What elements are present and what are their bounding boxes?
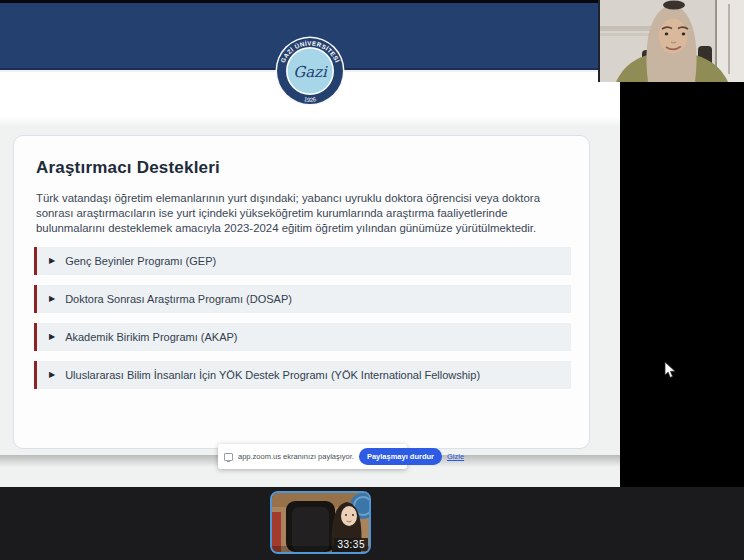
filmstrip-bar <box>0 487 744 560</box>
accordion-label: Genç Beyinler Programı (GEP) <box>65 255 216 267</box>
zoom-share-notification-bar: app.zoom.us ekranınızı paylaşıyor. Payla… <box>218 444 407 469</box>
stop-sharing-button[interactable]: Paylaşmayı durdur <box>359 448 442 465</box>
screen-share-icon <box>224 453 233 461</box>
content-card: Araştırmacı Destekleri Türk vatandaşı öğ… <box>13 135 590 449</box>
svg-text:1926: 1926 <box>303 96 317 103</box>
gazi-university-logo: GAZİ ÜNİVERSİTESİ Gazi 1926 <box>275 36 345 106</box>
shared-screen: GAZİ ÜNİVERSİTESİ Gazi 1926 Araştırmacı … <box>0 0 620 487</box>
accordion-label: Akademik Birikim Programı (AKAP) <box>65 331 237 343</box>
accordion-item-akap[interactable]: ▶ Akademik Birikim Programı (AKAP) <box>34 323 571 351</box>
accordion-item-dosap[interactable]: ▶ Doktora Sonrası Araştırma Programı (DO… <box>34 285 571 313</box>
accordion-label: Uluslararası Bilim İnsanları İçin YÖK De… <box>65 369 480 381</box>
logo-script-text: Gazi <box>293 63 328 81</box>
mouse-cursor-icon <box>664 362 676 383</box>
logo-year-text: 1926 <box>303 96 317 103</box>
accordion-list: ▶ Genç Beyinler Programı (GEP) ▶ Doktora… <box>34 247 571 389</box>
hide-bar-link[interactable]: Gizle <box>447 452 464 461</box>
accordion-item-yok-fellowship[interactable]: ▶ Uluslararası Bilim İnsanları İçin YÖK … <box>34 361 571 389</box>
expand-arrow-icon: ▶ <box>49 295 55 303</box>
self-video-thumbnail[interactable]: 33:35 <box>270 491 371 554</box>
participant-video-tile[interactable] <box>598 0 744 82</box>
meeting-timer: 33:35 <box>334 538 368 551</box>
page-title: Araştırmacı Destekleri <box>36 158 570 178</box>
expand-arrow-icon: ▶ <box>49 257 55 265</box>
participant-video-feed <box>598 0 744 82</box>
expand-arrow-icon: ▶ <box>49 333 55 341</box>
accordion-label: Doktora Sonrası Araştırma Programı (DOSA… <box>65 293 292 305</box>
intro-paragraph: Türk vatandaşı öğretim elemanlarının yur… <box>36 191 576 236</box>
share-status-text: app.zoom.us ekranınızı paylaşıyor. <box>238 452 354 461</box>
accordion-item-gep[interactable]: ▶ Genç Beyinler Programı (GEP) <box>34 247 571 275</box>
expand-arrow-icon: ▶ <box>49 371 55 379</box>
